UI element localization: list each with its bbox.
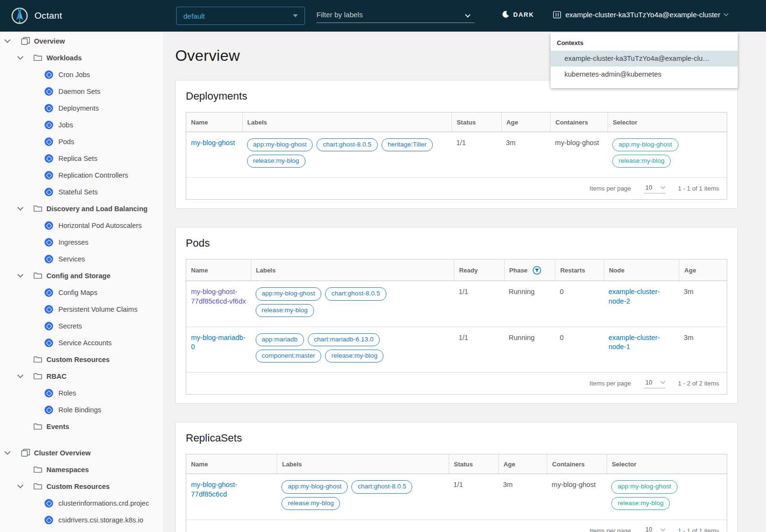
sidebar-item-label: Jobs bbox=[58, 121, 73, 129]
cron-jobs-icon bbox=[45, 70, 53, 79]
sidebar-item-clusterinformations-crd-projec[interactable]: clusterinformations.crd.projec bbox=[0, 495, 163, 511]
sidebar-item-roles[interactable]: Roles bbox=[0, 385, 163, 401]
card-replicasets: ReplicaSetsNameLabelsStatusAgeContainers… bbox=[175, 422, 738, 532]
moon-icon bbox=[502, 11, 509, 18]
sidebar-item-cluster-overview[interactable]: Cluster Overview bbox=[0, 444, 163, 461]
filter-labels-input[interactable] bbox=[316, 11, 466, 19]
sidebar-item-label: Services bbox=[58, 255, 85, 263]
sidebar-item-csidrivers-csi-storage-k8s-io[interactable]: csidrivers.csi.storage.k8s.io bbox=[0, 511, 163, 528]
sidebar-item-namespaces[interactable]: Namespaces bbox=[0, 461, 163, 478]
namespace-selector[interactable]: default bbox=[176, 7, 305, 25]
selector-pill: release:my-blog bbox=[611, 497, 670, 510]
column-header-label: Labels bbox=[282, 461, 302, 468]
table-cell: my-blog-ghost-77df85c6cd bbox=[186, 474, 277, 519]
sidebar-section-gap bbox=[0, 435, 163, 444]
items-per-page-label: Items per page bbox=[589, 527, 631, 532]
cell-link[interactable]: example-cluster-node-1 bbox=[608, 334, 660, 351]
pagination-range-label: 1 - 1 of 1 items bbox=[678, 527, 719, 532]
chevron-down-icon[interactable] bbox=[18, 485, 26, 487]
sidebar-item-label: Service Accounts bbox=[58, 339, 112, 347]
page-size-select[interactable]: 10 bbox=[643, 379, 665, 388]
column-header-labels: Labels bbox=[277, 454, 449, 474]
sidebar-item-config-maps[interactable]: Config Maps bbox=[0, 284, 163, 301]
sidebar-navigation: OverviewWorkloadsCron JobsDaemon SetsDep… bbox=[0, 32, 163, 532]
sidebar-item-config-and-storage[interactable]: Config and Storage bbox=[0, 267, 163, 284]
column-header-label: Labels bbox=[256, 267, 276, 274]
chevron-down-icon[interactable] bbox=[5, 40, 13, 42]
column-header-name: Name bbox=[186, 454, 277, 474]
sidebar-item-horizontal-pod-autoscalers[interactable]: Horizontal Pod Autoscalers bbox=[0, 217, 163, 234]
cell-link[interactable]: example-cluster-node-2 bbox=[608, 288, 660, 305]
table-cell: 0 bbox=[555, 327, 604, 372]
sidebar-item-label: Persistent Volume Claims bbox=[58, 306, 137, 313]
sidebar-item-label: Cluster Overview bbox=[34, 449, 90, 457]
sidebar-item-persistent-volume-claims[interactable]: Persistent Volume Claims bbox=[0, 301, 163, 317]
column-header-label: Selector bbox=[612, 461, 636, 468]
column-header-restarts: Restarts bbox=[555, 260, 604, 281]
sidebar-item-secrets[interactable]: Secrets bbox=[0, 317, 163, 334]
card-pods: PodsNameLabelsReadyPhaseRestartsNodeAgem… bbox=[175, 227, 738, 404]
sidebar-item-deployments[interactable]: Deployments bbox=[0, 100, 163, 116]
sidebar-item-pods[interactable]: Pods bbox=[0, 133, 163, 150]
section-title-replicasets: ReplicaSets bbox=[186, 432, 727, 444]
sidebar-item-jobs[interactable]: Jobs bbox=[0, 116, 163, 133]
context-menu-item[interactable]: kubernetes-admin@kubernetes bbox=[551, 67, 738, 82]
sidebar-item-daemon-sets[interactable]: Daemon Sets bbox=[0, 83, 163, 100]
sidebar-item-stateful-sets[interactable]: Stateful Sets bbox=[0, 183, 163, 200]
chevron-down-icon[interactable] bbox=[18, 207, 26, 210]
sidebar-item-rbac[interactable]: RBAC bbox=[0, 368, 163, 385]
table-cell: 1/1 bbox=[451, 132, 501, 177]
chevron-down-icon[interactable] bbox=[465, 12, 470, 17]
sidebar-item-events[interactable]: Events bbox=[0, 418, 163, 435]
sidebar-item-label: Discovery and Load Balancing bbox=[46, 205, 147, 213]
sidebar-item-replication-controllers[interactable]: Replication Controllers bbox=[0, 167, 163, 183]
table-row: my-blog-ghost-77df85c6cd-vf6dxapp:my-blo… bbox=[186, 281, 727, 326]
table-cell: example-cluster-node-1 bbox=[604, 327, 679, 372]
cell-link[interactable]: my-blog-ghost bbox=[191, 139, 235, 147]
chevron-down-icon bbox=[724, 11, 729, 16]
sidebar-item-workloads[interactable]: Workloads bbox=[0, 49, 163, 66]
sidebar-item-custom-resources[interactable]: Custom Resources bbox=[0, 478, 163, 495]
theme-toggle-button[interactable]: DARK bbox=[502, 11, 534, 18]
page-size-select[interactable]: 10 bbox=[643, 184, 665, 193]
sidebar-item-service-accounts[interactable]: Service Accounts bbox=[0, 334, 163, 351]
sidebar-item-role-bindings[interactable]: Role Bindings bbox=[0, 401, 163, 418]
persistent-volume-claims-icon bbox=[45, 305, 53, 314]
sidebar-item-cron-jobs[interactable]: Cron Jobs bbox=[0, 66, 163, 83]
sidebar-item-custom-resources[interactable]: Custom Resources bbox=[0, 351, 163, 368]
chevron-down-icon[interactable] bbox=[18, 375, 26, 377]
table-cell: 3m bbox=[679, 327, 727, 372]
page-size-select[interactable]: 10 bbox=[643, 526, 665, 532]
sidebar-item-replica-sets[interactable]: Replica Sets bbox=[0, 150, 163, 167]
column-header-containers: Containers bbox=[547, 454, 607, 474]
sidebar-item-ingresses[interactable]: Ingresses bbox=[0, 234, 163, 250]
label-pill: chart:ghost-8.0.5 bbox=[325, 287, 386, 300]
chevron-down-icon[interactable] bbox=[5, 452, 13, 454]
app-header: Octant default DARK example-cluster-ka3T… bbox=[0, 0, 766, 32]
cell-link[interactable]: my-blog-mariadb-0 bbox=[191, 334, 246, 351]
chevron-down-icon[interactable] bbox=[18, 274, 26, 277]
sidebar-item-overview[interactable]: Overview bbox=[0, 33, 163, 49]
cell-link[interactable]: my-blog-ghost-77df85c6cd-vf6dx bbox=[191, 288, 246, 305]
filter-funnel-icon[interactable] bbox=[532, 266, 541, 275]
sidebar-item-label: clusterinformations.crd.projec bbox=[58, 499, 149, 507]
sidebar-item-discovery-and-load-balancing[interactable]: Discovery and Load Balancing bbox=[0, 200, 163, 217]
folder-icon bbox=[34, 373, 42, 380]
context-icon bbox=[553, 11, 561, 19]
column-header-age: Age bbox=[679, 260, 727, 281]
service-accounts-icon bbox=[45, 339, 53, 347]
stateful-sets-icon bbox=[45, 188, 53, 196]
chevron-down-icon[interactable] bbox=[18, 57, 26, 59]
context-switcher[interactable]: example-cluster-ka3TuTzYo4a@example-clus… bbox=[553, 11, 728, 19]
column-header-node: Node bbox=[604, 260, 679, 281]
context-menu-item[interactable]: example-cluster-ka3TuTzYo4a@example-clu… bbox=[551, 51, 738, 67]
folder-icon bbox=[34, 54, 42, 61]
column-header-label: Containers bbox=[552, 461, 585, 468]
sidebar-item-services[interactable]: Services bbox=[0, 250, 163, 267]
label-pill: release:my-blog bbox=[282, 497, 340, 510]
table-header-row: NameLabelsReadyPhaseRestartsNodeAge bbox=[186, 260, 727, 281]
sidebar-item-label: Events bbox=[46, 423, 69, 430]
cell-link[interactable]: my-blog-ghost-77df85c6cd bbox=[191, 481, 237, 498]
table-header-row: NameLabelsStatusAgeContainersSelector bbox=[186, 113, 727, 132]
applications-icon bbox=[21, 37, 30, 45]
